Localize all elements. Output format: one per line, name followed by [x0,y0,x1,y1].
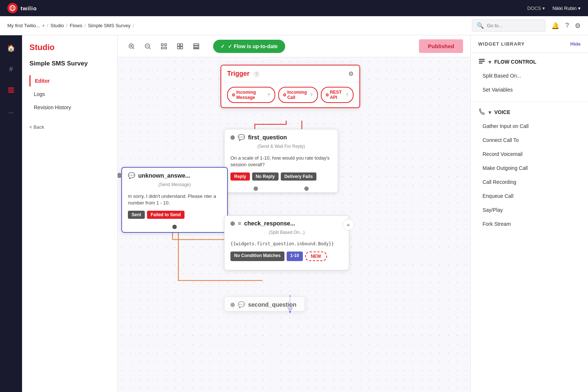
panel-collapse-button[interactable]: « [343,219,354,231]
fq-conn2 [304,186,309,191]
ua-icon: 💬 [128,172,135,179]
ua-header: 💬 unknown_answe... [122,168,227,182]
cr-header: ≡ check_response... [225,216,349,230]
settings-icon[interactable]: ⚙ [575,22,581,30]
bc-sep1: / [47,23,49,28]
twilio-logo: twilio [7,3,37,13]
cr-tag-new[interactable]: NEW [305,252,327,261]
flow-control-title: FLOW CONTROL [494,59,536,65]
published-button[interactable]: Published [419,39,463,53]
user-menu[interactable]: Nikki Rubin ▾ [552,6,581,11]
trigger-gear-icon[interactable]: ⚙ [348,70,354,77]
bc-flows[interactable]: Flows [70,23,82,28]
table-button[interactable] [190,40,203,53]
back-button[interactable]: < Back [29,124,110,130]
bc-sep3: / [85,23,86,28]
ua-tag-sent[interactable]: Sent [128,211,145,219]
svg-point-3 [11,8,12,10]
fq-tag-delivery[interactable]: Delivery Fails [281,172,316,181]
svg-rect-7 [8,92,14,93]
left-sidebar: 🏠 # ··· [0,35,22,392]
ua-bottom-dot [122,223,227,232]
sidebar-editor-icon[interactable] [4,83,18,99]
svg-rect-17 [161,47,163,49]
widget-make-outgoing[interactable]: Make Outgoing Call [478,161,581,175]
fit-button[interactable] [157,40,171,53]
flow-status-button[interactable]: ✓ ✓ Flow is up-to-date [213,40,285,53]
nav-panel: Studio Simple SMS Survey Editor Logs Rev… [22,35,118,392]
svg-rect-6 [8,90,14,91]
unknown-answer-node: 💬 unknown_answe... (Send Message) m sorr… [121,167,228,233]
sidebar-more-icon[interactable]: ··· [5,106,17,120]
checkmark-icon: ✓ [220,43,225,49]
search-box[interactable]: 🔍 [472,19,545,32]
second-question-node: 💬 second_question [224,296,305,311]
widget-record-voicemail[interactable]: Record Voicemail [478,147,581,161]
cr-icon: ≡ [238,220,241,227]
widget-say-play[interactable]: Say/Play [478,203,581,217]
svg-rect-23 [194,44,199,45]
canvas-grid[interactable]: Trigger ? ⚙ Incoming Message ? Incoming … [118,57,470,392]
nav-item-revision[interactable]: Revision History [29,101,110,113]
fq-tag-reply[interactable]: Reply [230,172,250,181]
dot-icon [232,93,235,96]
nav-item-editor[interactable]: Editor [29,75,110,87]
bc-studio[interactable]: Studio [50,23,64,28]
docs-link[interactable]: DOCS ▾ [527,6,545,11]
ua-body: m sorry, I didn't understand. Please nte… [122,190,227,211]
notification-icon[interactable]: 🔔 [551,22,559,30]
trigger-incoming-message[interactable]: Incoming Message ? [227,87,275,103]
fq-name: first_question [248,134,287,141]
svg-rect-28 [479,61,485,62]
widget-call-recording[interactable]: Call Recording [478,175,581,189]
app-name[interactable]: My first Twilio... [7,23,40,28]
svg-point-2 [13,7,14,8]
fq-header: 💬 first_question [225,129,338,144]
svg-rect-18 [165,47,166,49]
trigger-node: Trigger ? ⚙ Incoming Message ? Incoming … [220,65,360,108]
svg-rect-15 [161,44,163,46]
widget-connect-call[interactable]: Connect Call To [478,133,581,147]
zoom-out-button[interactable] [141,40,154,53]
flow-control-header[interactable]: ▾ FLOW CONTROL [478,57,581,66]
ua-tag-failed[interactable]: Failed to Send [147,211,184,219]
widget-enqueue-call[interactable]: Enqueue Call [478,189,581,203]
flow-control-section: ▾ FLOW CONTROL Split Based On... Set Var… [471,53,588,101]
sq-header: 💬 second_question [225,297,305,311]
flow-name: Simple SMS Survey [29,60,110,68]
hide-panel-button[interactable]: Hide [570,41,581,47]
fq-icon: 💬 [238,134,245,141]
main-layout: 🏠 # ··· Studio Simple SMS Survey Editor … [0,35,588,392]
widget-gather-input[interactable]: Gather Input on Call [478,120,581,133]
top-nav: twilio DOCS ▾ Nikki Rubin ▾ [0,0,588,16]
trigger-rest-api[interactable]: REST API ? [321,87,354,103]
first-question-node: 💬 first_question (Send & Wait For Reply)… [224,129,338,193]
bc-survey[interactable]: Simple SMS Survey [88,23,130,28]
help-icon[interactable]: ? [565,22,569,29]
nav-item-logs[interactable]: Logs [29,88,110,100]
cr-tag-1to10[interactable]: 1-10 [287,252,303,261]
user-chevron-icon: ▾ [578,6,581,11]
cr-bottom [225,266,349,270]
fq-tag-noreply[interactable]: No Reply [252,172,279,181]
cr-tag-nocond[interactable]: No Condition Matches [230,252,284,261]
search-input[interactable] [487,23,541,28]
panel-scroll-space [471,236,588,250]
ua-left-dot [118,173,122,178]
svg-line-14 [149,47,151,49]
zoom-in-button[interactable] [125,40,138,53]
grid-button[interactable] [173,40,187,53]
voice-header[interactable]: ▾ VOICE [478,108,581,117]
ua-subtitle: (Send Message) [122,182,227,190]
widget-split-based-on[interactable]: Split Based On... [478,69,581,82]
cr-name: check_response... [244,220,295,227]
trigger-incoming-call[interactable]: Incoming Call ? [278,87,318,103]
svg-rect-21 [178,47,180,49]
svg-rect-16 [165,44,166,46]
cr-subtitle: (Split Based On...) [225,230,349,238]
widget-fork-stream[interactable]: Fork Stream [478,217,581,231]
cr-tags: No Condition Matches 1-10 NEW [225,252,349,266]
sidebar-home-icon[interactable]: 🏠 [4,41,18,55]
sidebar-hash-icon[interactable]: # [6,63,16,76]
widget-set-variables[interactable]: Set Variables [478,83,581,96]
